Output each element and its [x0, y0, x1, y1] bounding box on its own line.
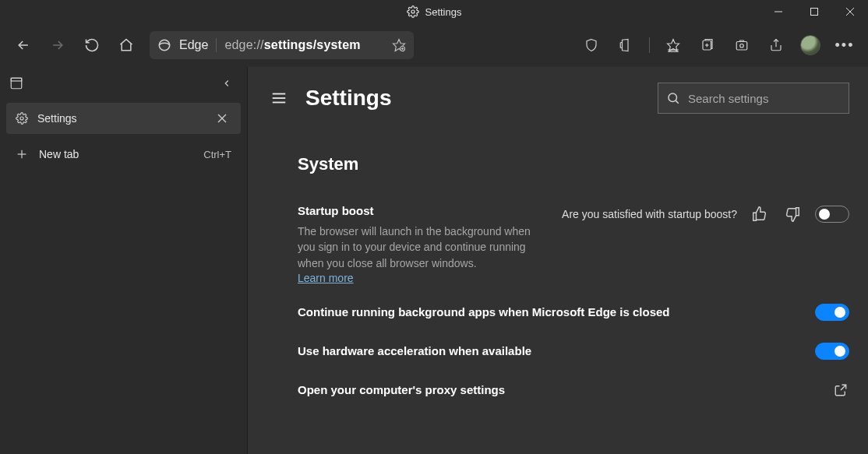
feedback-prompt: Are you satisfied with startup boost?: [562, 208, 737, 220]
settings-content: System Startup boost The browser will la…: [248, 129, 868, 425]
titlebar-center: Settings: [407, 5, 462, 18]
hamburger-menu-button[interactable]: [266, 86, 291, 111]
setting-description: The browser will launch in the backgroun…: [298, 223, 539, 271]
forward-button[interactable]: [42, 30, 73, 61]
new-tab-shortcut: Ctrl+T: [203, 149, 231, 160]
plus-icon: [16, 148, 28, 160]
svg-rect-2: [811, 9, 818, 16]
page-title: Settings: [305, 86, 644, 111]
maximize-button[interactable]: [796, 0, 832, 23]
svg-point-5: [159, 40, 170, 51]
page-header: Settings: [248, 67, 868, 129]
gear-icon: [407, 5, 419, 18]
new-tab-label: New tab: [39, 148, 192, 160]
svg-marker-10: [668, 40, 679, 51]
window-title: Settings: [425, 6, 462, 18]
setting-startup-boost: Startup boost The browser will launch in…: [298, 196, 849, 293]
hardware-accel-toggle[interactable]: [815, 343, 849, 360]
close-tab-button[interactable]: [213, 109, 231, 128]
url-prefix: edge://: [224, 38, 263, 51]
favorite-star-icon[interactable]: [392, 38, 406, 52]
svg-rect-20: [11, 78, 22, 81]
collections-icon[interactable]: [692, 30, 723, 61]
svg-line-30: [676, 100, 678, 103]
thumbs-down-icon[interactable]: [782, 204, 803, 224]
background-apps-toggle[interactable]: [815, 304, 849, 321]
svg-rect-19: [11, 78, 22, 89]
vertical-tabs-panel: Settings New tab Ctrl+T: [0, 67, 248, 454]
setting-title: Continue running background apps when Mi…: [298, 305, 815, 319]
setting-title: Startup boost: [298, 204, 562, 217]
url-path: settings/system: [264, 38, 361, 51]
section-title: System: [298, 154, 849, 174]
setting-proxy[interactable]: Open your computer's proxy settings: [298, 371, 849, 410]
settings-page: Settings System Startup boost The browse…: [248, 67, 868, 454]
vertical-tabs-header: [0, 67, 247, 100]
learn-more-link[interactable]: Learn more: [298, 272, 354, 284]
new-tab-button[interactable]: New tab Ctrl+T: [6, 139, 241, 170]
address-url: edge://settings/system: [224, 38, 360, 52]
svg-point-29: [669, 93, 677, 102]
edge-logo-icon: [157, 38, 171, 52]
office-icon[interactable]: [610, 30, 641, 61]
tracking-shield-icon[interactable]: [576, 30, 607, 61]
toolbar: Edge edge://settings/system •••: [0, 23, 868, 67]
favorites-icon[interactable]: [658, 30, 689, 61]
toolbar-separator: [649, 37, 650, 53]
back-button[interactable]: [8, 30, 39, 61]
svg-point-0: [411, 10, 415, 13]
setting-background-apps: Continue running background apps when Mi…: [298, 293, 849, 332]
refresh-button[interactable]: [76, 30, 108, 61]
window-controls: [760, 0, 868, 23]
screenshot-icon[interactable]: [726, 30, 757, 61]
thumbs-up-icon[interactable]: [750, 204, 770, 224]
tab-settings[interactable]: Settings: [6, 103, 241, 134]
svg-point-21: [20, 117, 23, 120]
svg-point-17: [740, 44, 744, 48]
search-settings[interactable]: [658, 83, 849, 114]
gear-icon: [16, 112, 28, 125]
collapse-tabs-button[interactable]: [216, 72, 238, 94]
setting-title: Use hardware acceleration when available: [298, 344, 815, 357]
search-input[interactable]: [688, 92, 841, 105]
svg-rect-16: [736, 42, 747, 51]
share-icon[interactable]: [760, 30, 792, 61]
more-menu-button[interactable]: •••: [829, 30, 860, 61]
address-brand: Edge: [179, 38, 208, 52]
profile-avatar[interactable]: [795, 30, 826, 61]
setting-hardware-accel: Use hardware acceleration when available: [298, 332, 849, 371]
main: Settings New tab Ctrl+T Settings: [0, 67, 868, 454]
home-button[interactable]: [111, 30, 142, 61]
address-separator: [216, 38, 217, 52]
search-icon: [666, 91, 680, 105]
startup-boost-toggle[interactable]: [815, 206, 849, 223]
address-bar[interactable]: Edge edge://settings/system: [150, 31, 414, 59]
setting-title: Open your computer's proxy settings: [298, 383, 832, 396]
close-window-button[interactable]: [832, 0, 868, 23]
minimize-button[interactable]: [760, 0, 796, 23]
tab-actions-icon[interactable]: [9, 76, 23, 90]
titlebar: Settings: [0, 0, 868, 23]
tab-label: Settings: [37, 112, 203, 125]
external-link-icon: [832, 382, 849, 399]
